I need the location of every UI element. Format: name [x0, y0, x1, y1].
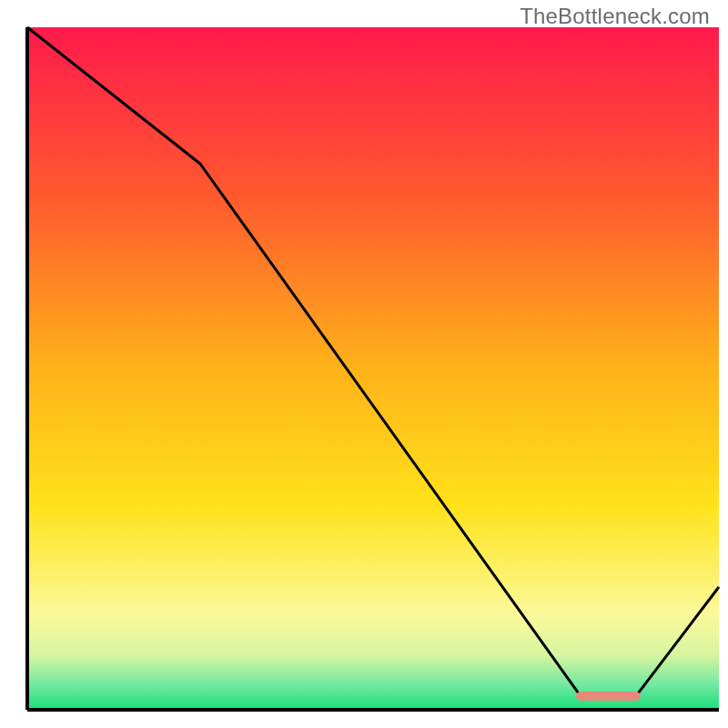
bottleneck-chart — [0, 0, 728, 728]
plot-background — [27, 27, 719, 710]
chart-container: TheBottleneck.com — [0, 0, 728, 728]
watermark-text: TheBottleneck.com — [520, 4, 710, 29]
